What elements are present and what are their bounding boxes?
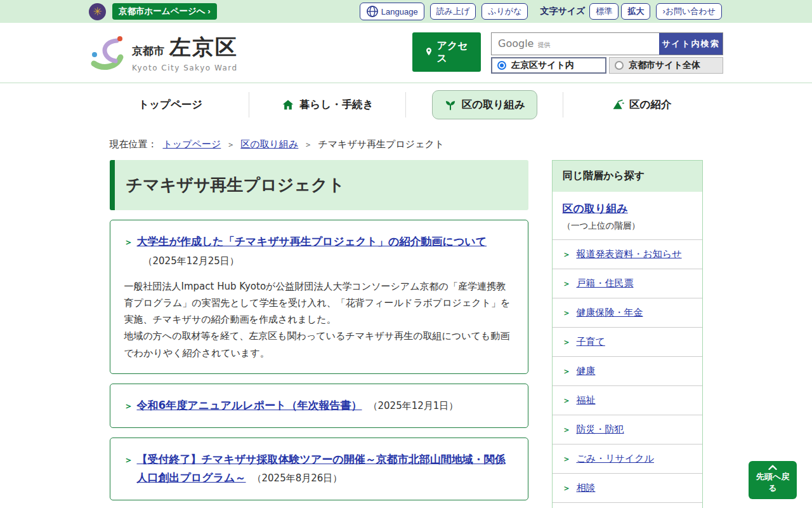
back-to-top-label: 先頭へ戻る bbox=[752, 471, 793, 494]
article-link[interactable]: 大学生が作成した「チマキザサ再生プロジェクト」の紹介動画について bbox=[137, 235, 487, 248]
sidebar-list-item[interactable]: ＞ 健康保険・年金 bbox=[553, 298, 702, 327]
sidebar-heading: 同じ階層から探す bbox=[553, 161, 702, 192]
breadcrumb-top-link[interactable]: トップページ bbox=[163, 138, 221, 150]
chevron-right-icon: ＞ bbox=[563, 366, 571, 377]
language-button[interactable]: Language bbox=[360, 3, 424, 20]
header-tools: アクセス Google 提供 サイト内検索 左京区サイト内 京都市サイト全体 bbox=[412, 32, 723, 74]
sidebar-parent-link[interactable]: 区の取り組み bbox=[563, 202, 628, 215]
radio-selected-icon bbox=[497, 61, 506, 70]
seedling-icon bbox=[444, 98, 457, 111]
read-aloud-button[interactable]: 読み上げ bbox=[430, 3, 476, 20]
nav-top-page[interactable]: トップページ bbox=[92, 83, 249, 126]
nav-living-label: 暮らし・手続き bbox=[299, 98, 374, 112]
breadcrumb-separator: ＞ bbox=[304, 139, 312, 150]
page-title: チマキザサ再生プロジェクト bbox=[126, 174, 513, 196]
chevron-right-icon: ＞ bbox=[124, 401, 133, 411]
scope-ward-radio[interactable]: 左京区サイト内 bbox=[491, 57, 606, 74]
home-icon bbox=[282, 98, 294, 111]
google-provided-label: 提供 bbox=[537, 41, 550, 50]
nav-living-procedures[interactable]: 暮らし・手続き bbox=[249, 83, 407, 126]
article-date: （2025年12月25日） bbox=[143, 255, 239, 267]
article-date: （2025年8月26日） bbox=[252, 472, 343, 484]
kyoto-city-emblem-icon: ✳ bbox=[89, 3, 106, 20]
search-submit-button[interactable]: サイト内検索 bbox=[659, 33, 723, 55]
sidebar-list-item[interactable]: ＞ 防災・防犯 bbox=[553, 415, 702, 444]
google-brand: Google bbox=[498, 37, 534, 50]
sidebar-item-link[interactable]: 防災・防犯 bbox=[577, 424, 624, 436]
breadcrumb-initiatives-link[interactable]: 区の取り組み bbox=[240, 138, 298, 150]
chevron-right-icon: ＞ bbox=[563, 307, 571, 319]
chevron-right-icon: ＞ bbox=[563, 278, 571, 290]
article-link[interactable]: 令和6年度アニュアルレポート（年次報告書） bbox=[137, 399, 362, 411]
nav-top-page-label: トップページ bbox=[138, 98, 202, 112]
search-input[interactable]: Google 提供 bbox=[492, 33, 659, 55]
contact-button[interactable]: ›お問い合わせ bbox=[656, 3, 722, 20]
sidebar-list-item[interactable]: ＞ 相談 bbox=[553, 473, 702, 502]
nav-ward-introduction[interactable]: 区の紹介 bbox=[563, 83, 721, 126]
chevron-right-icon: ＞ bbox=[563, 337, 571, 348]
chevron-right-icon: ＞ bbox=[124, 237, 133, 247]
breadcrumb-label: 現在位置： bbox=[110, 138, 157, 150]
access-button[interactable]: アクセス bbox=[412, 32, 481, 72]
back-to-top-button[interactable]: 先頭へ戻る bbox=[749, 461, 797, 499]
font-enlarge-button[interactable]: 拡大 bbox=[621, 3, 650, 20]
font-size-label: 文字サイズ bbox=[540, 6, 585, 17]
breadcrumb-separator: ＞ bbox=[226, 139, 235, 150]
scope-city-radio[interactable]: 京都市サイト全体 bbox=[609, 57, 723, 74]
sidebar-item-link[interactable]: 報道発表資料・お知らせ bbox=[577, 248, 682, 260]
sidebar-list-item[interactable]: ＞ 福祉 bbox=[553, 385, 702, 415]
sidebar-list-item[interactable]: ＞ 報道発表資料・お知らせ bbox=[553, 239, 702, 269]
search-scope-options: 左京区サイト内 京都市サイト全体 bbox=[491, 57, 723, 74]
page-title-box: チマキザサ再生プロジェクト bbox=[110, 160, 528, 210]
scope-ward-label: 左京区サイト内 bbox=[511, 60, 574, 71]
map-pin-icon bbox=[424, 46, 434, 58]
logo-city-text: 京都市 bbox=[132, 44, 164, 62]
breadcrumb-current: チマキザサ再生プロジェクト bbox=[318, 138, 444, 150]
chevron-right-icon: ＞ bbox=[563, 453, 571, 465]
sidebar-item-link[interactable]: 健康 bbox=[577, 365, 596, 377]
chevron-right-icon: ＞ bbox=[563, 395, 571, 406]
sidebar-item-link[interactable]: 戸籍・住民票 bbox=[577, 277, 634, 290]
article-card: ＞【受付終了】チマキザサ採取体験ツアーの開催～京都市北部山間地域・関係人口創出プ… bbox=[110, 438, 528, 501]
logo-english-text: Kyoto City Sakyo Ward bbox=[132, 64, 238, 72]
site-search: Google 提供 サイト内検索 左京区サイト内 京都市サイト全体 bbox=[491, 32, 723, 74]
breadcrumb: 現在位置： トップページ ＞ 区の取り組み ＞ チマキザサ再生プロジェクト bbox=[110, 138, 703, 150]
article-body: 一般社団法人Impact Hub Kyotoが公益財団法人大学コンソーシアム京都… bbox=[124, 278, 514, 361]
article-date: （2025年12月1日） bbox=[369, 400, 459, 411]
sidebar-parent-block: 区の取り組み （一つ上位の階層） bbox=[553, 192, 702, 239]
chevron-right-icon: ＞ bbox=[563, 424, 571, 436]
site-logo[interactable]: 京都市 左京区 Kyoto City Sakyo Ward bbox=[89, 33, 238, 72]
site-header: 京都市 左京区 Kyoto City Sakyo Ward アクセス Googl… bbox=[0, 23, 812, 83]
access-label: アクセス bbox=[437, 39, 470, 65]
font-standard-button[interactable]: 標準 bbox=[589, 3, 619, 20]
nav-introduction-label: 区の紹介 bbox=[629, 98, 671, 112]
sidebar-item-link[interactable]: ごみ・リサイクル bbox=[577, 453, 654, 465]
radio-unselected-icon bbox=[615, 61, 624, 70]
sidebar-item-link[interactable]: 相談 bbox=[577, 482, 596, 494]
nav-initiatives-label: 区の取り組み bbox=[462, 98, 525, 112]
nav-ward-initiatives[interactable]: 区の取り組み bbox=[406, 83, 563, 126]
kyoto-home-button[interactable]: 京都市ホームページへ › bbox=[112, 3, 217, 20]
main-content: チマキザサ再生プロジェクト ＞大学生が作成した「チマキザサ再生プロジェクト」の紹… bbox=[110, 160, 528, 508]
mountain-flag-icon bbox=[612, 98, 624, 111]
main-navigation: トップページ 暮らし・手続き 区の取り組み bbox=[0, 83, 812, 126]
sidebar-list-item[interactable]: ＞ 戸籍・住民票 bbox=[553, 269, 702, 298]
chevron-up-icon bbox=[768, 465, 777, 470]
sidebar-item-link[interactable]: 健康保険・年金 bbox=[577, 307, 643, 319]
language-label: Language bbox=[381, 7, 418, 17]
article-card: ＞令和6年度アニュアルレポート（年次報告書）（2025年12月1日） bbox=[110, 384, 528, 428]
sidebar-same-level: 同じ階層から探す 区の取り組み （一つ上位の階層） ＞ 報道発表資料・お知らせ … bbox=[552, 160, 703, 508]
chevron-right-icon: ＞ bbox=[563, 483, 571, 494]
sidebar-item-link[interactable]: 福祉 bbox=[577, 394, 596, 406]
sidebar-item-link[interactable]: 子育て bbox=[577, 336, 605, 348]
sidebar-list-item[interactable]: ＞ 健康 bbox=[553, 356, 702, 385]
logo-ward-text: 左京区 bbox=[169, 33, 238, 62]
scope-city-label: 京都市サイト全体 bbox=[629, 60, 700, 71]
sidebar-parent-note: （一つ上位の階層） bbox=[563, 220, 692, 232]
sidebar-list-item[interactable]: ＞ 衛生 bbox=[553, 502, 702, 508]
sakyo-logo-mark-icon bbox=[89, 33, 126, 72]
sidebar-list-item[interactable]: ＞ 子育て bbox=[553, 327, 702, 356]
sidebar-list-item[interactable]: ＞ ごみ・リサイクル bbox=[553, 444, 702, 473]
furigana-button[interactable]: ふりがな bbox=[481, 3, 528, 20]
chevron-right-icon: ＞ bbox=[124, 455, 133, 465]
